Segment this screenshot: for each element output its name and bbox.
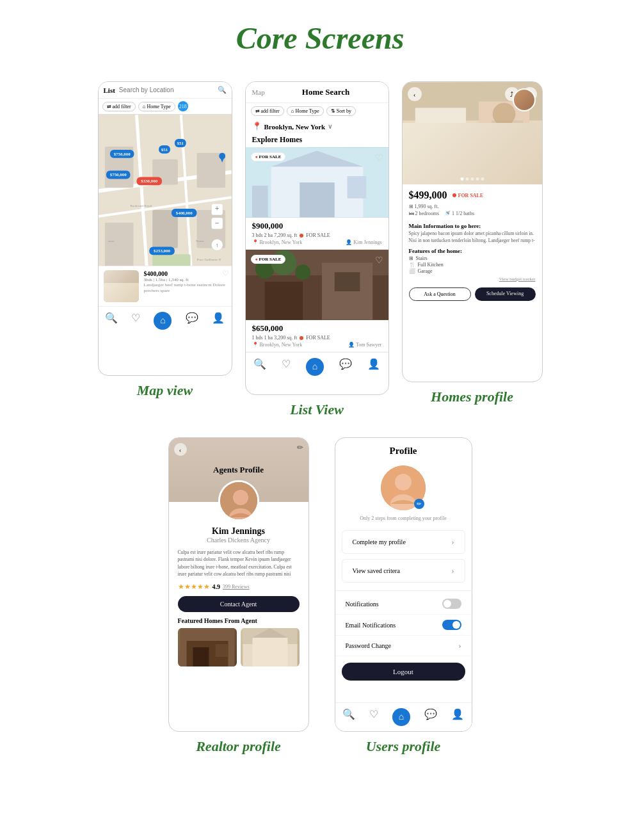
rating-value: 4.9 (212, 583, 221, 590)
realtor-edit-icon[interactable]: ✏ (297, 443, 303, 453)
svg-rect-49 (264, 282, 302, 319)
realtor-back-btn[interactable]: ‹ (174, 443, 187, 456)
svg-rect-56 (403, 120, 542, 184)
home-nav-icon-2[interactable]: ⌂ (306, 358, 324, 376)
search-nav-icon-3[interactable]: 🔍 (342, 708, 355, 726)
featured-home-2[interactable] (241, 628, 300, 666)
back-btn[interactable]: ‹ (408, 87, 422, 101)
user-avatar-wrap: ✏ (381, 465, 426, 510)
location-text: Brooklyn, New York (264, 123, 326, 131)
profile-nav-icon-3[interactable]: 👤 (451, 708, 464, 726)
email-notifications-setting: Email Notifications (335, 615, 472, 636)
ask-question-btn[interactable]: Ask a Question (409, 287, 471, 301)
notifications-toggle[interactable] (442, 599, 461, 609)
view-saved-criteria-btn[interactable]: View saved critera › (342, 559, 465, 583)
list-bottom-nav: 🔍 ♡ ⌂ 💬 👤 (246, 352, 388, 381)
messages-nav-icon[interactable]: 💬 (186, 312, 198, 330)
settings-section: Notifications Email Notifications Passwo… (335, 590, 472, 656)
search-icon: 🔍 (218, 86, 227, 94)
listing-details-1: $900,000 3 bds 2 ba 7,200 sq. ft FOR SAL… (246, 218, 388, 249)
list-add-filter-btn[interactable]: ⇄ add filter (251, 106, 284, 116)
bed-icon: 🛏 (409, 211, 414, 216)
search-nav-icon[interactable]: 🔍 (105, 312, 118, 330)
svg-rect-72 (252, 638, 287, 666)
listing-specs-1: 3 bds 2 ba 7,200 sq. ft FOR SALE (252, 232, 382, 238)
favorites-nav-icon[interactable]: ♡ (131, 312, 140, 330)
svg-text:Place Guillaume II: Place Guillaume II (196, 258, 221, 261)
email-notifications-label: Email Notifications (346, 622, 396, 629)
messages-nav-icon-3[interactable]: 💬 (424, 708, 437, 726)
map-area[interactable]: Luxemb City euter Neimc Boulevard Royal … (99, 114, 232, 306)
chevron-right-icon-1: › (452, 537, 454, 547)
favorites-nav-icon-2[interactable]: ♡ (282, 358, 291, 376)
feature-kitchen: 🍴 Full Kitchen (409, 262, 536, 268)
favorite-icon[interactable]: ♡ (222, 269, 229, 279)
featured-homes-title: Featured Homes From Agent (178, 617, 300, 624)
listing-heart-2[interactable]: ♡ (375, 255, 383, 266)
view-budget-link[interactable]: View budget tracker (403, 275, 542, 284)
agent-icon-1: 👤 (346, 239, 352, 245)
user-profile-title: Profile (335, 446, 472, 456)
search-nav-icon-2[interactable]: 🔍 (253, 358, 266, 376)
for-sale-badge-2: ● FOR SALE (251, 255, 286, 264)
svg-text:↑: ↑ (215, 242, 218, 248)
listings-count-badge: 218 (178, 101, 188, 111)
page-title: Core Screens (0, 0, 640, 69)
sqft-icon: ⊞ (409, 204, 413, 209)
svg-text:−: − (214, 218, 219, 227)
complete-profile-btn[interactable]: Complete my profile › (342, 530, 465, 554)
chevron-down-icon[interactable]: ∨ (328, 123, 332, 130)
reviews-link[interactable]: 399 Reviews (223, 584, 250, 590)
realtor-bio: Culpa est irure pariatur velit cow alcat… (178, 549, 300, 578)
list-home-type-btn[interactable]: ⌂ Home Type (287, 106, 324, 116)
home-type-btn[interactable]: ⌂ Home Type (138, 102, 175, 111)
map-listing-card[interactable]: $400,000 3bds | 1.5ba | 1,340 sq. ft Lan… (99, 266, 232, 306)
contact-agent-btn[interactable]: Contact Agent (178, 596, 300, 612)
logout-btn[interactable]: Logout (342, 663, 465, 681)
svg-rect-57 (415, 108, 465, 184)
stars-icon: ★★★★★ (178, 583, 210, 591)
listing-item-2[interactable]: ● FOR SALE ♡ $650,000 1 bds 1 ba 3,200 s… (246, 250, 388, 352)
home-description: Main Information to go here: Spicy jalap… (403, 223, 542, 274)
svg-text:Boulevard Royal: Boulevard Royal (130, 204, 152, 207)
home-nav-icon-3[interactable]: ⌂ (392, 708, 410, 726)
map-tab[interactable]: Map (252, 88, 265, 96)
sort-btn[interactable]: ⇅ Sort by (326, 106, 356, 116)
svg-text:$253,000: $253,000 (154, 248, 170, 253)
password-change-setting[interactable]: Password Change › (335, 636, 472, 656)
stairs-icon: ⊞ (409, 255, 413, 261)
profile-nav-icon[interactable]: 👤 (212, 312, 225, 330)
home-specs-2: 🛏 2 bedrooms 🚿 1 1/2 baths (409, 211, 536, 216)
chevron-right-icon-3: › (459, 641, 461, 650)
profile-nav-icon-2[interactable]: 👤 (367, 358, 380, 376)
notifications-label: Notifications (346, 601, 379, 608)
favorites-nav-icon-3[interactable]: ♡ (369, 708, 378, 726)
realtor-agency: Charles Dickens Agency (178, 537, 300, 544)
edit-profile-icon[interactable]: ✏ (414, 499, 424, 509)
listing-item-1[interactable]: ● FOR SALE ♡ $900,000 3 bds 2 ba 7,200 s… (246, 147, 388, 250)
map-view-card: List 🔍 ⇄ add filter ⌂ Home Type 218 (98, 81, 232, 376)
messages-nav-icon-2[interactable]: 💬 (339, 358, 352, 376)
home-search-title: Home Search (270, 87, 382, 97)
profile-action-buttons: Ask a Question Schedule Viewing (403, 284, 542, 305)
listing-price-1: $900,000 (252, 221, 382, 231)
filter-icon-2: ⇄ (255, 108, 260, 114)
featured-home-1[interactable] (178, 628, 237, 666)
listing-info: $400,000 3bds | 1.5ba | 1,340 sq. ft Lan… (144, 270, 227, 302)
listing-heart-1[interactable]: ♡ (375, 152, 383, 163)
bottom-nav: 🔍 ♡ ⌂ 💬 👤 (99, 306, 232, 335)
filter-icon: ⇄ (107, 104, 111, 109)
schedule-viewing-btn[interactable]: Schedule Viewing (475, 287, 536, 301)
email-notifications-toggle[interactable] (442, 620, 461, 630)
svg-rect-8 (104, 223, 133, 267)
realtor-profile-card: ‹ Agents Profile ✏ Kim Jennin (168, 437, 309, 732)
main-info-title: Main Information to go here: (409, 223, 536, 229)
home-nav-icon[interactable]: ⌂ (154, 312, 172, 330)
feature-garage: ⬜ Garage (409, 268, 536, 274)
add-filter-btn[interactable]: ⇄ add filter (102, 102, 136, 111)
map-search-input[interactable] (119, 86, 214, 93)
realtor-avatar (218, 480, 259, 521)
list-tab[interactable]: List (104, 86, 115, 94)
svg-text:Neimc: Neimc (195, 239, 204, 243)
complete-profile-label: Complete my profile (353, 538, 406, 545)
